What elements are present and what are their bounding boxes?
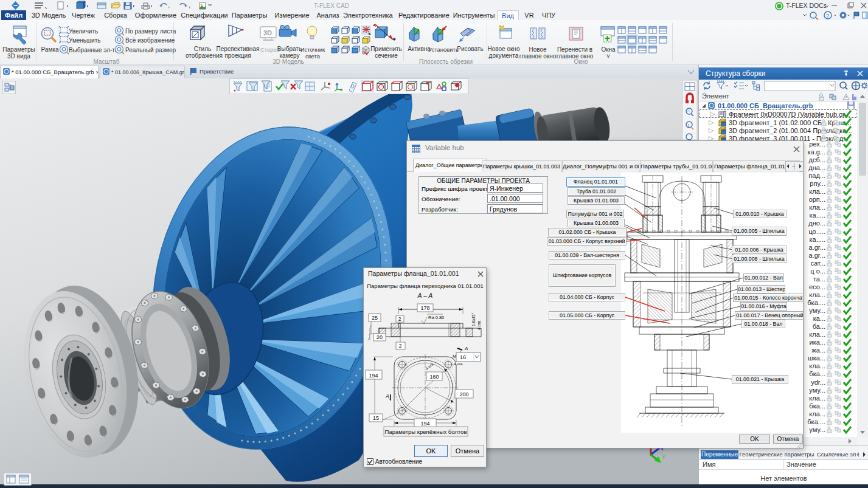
svg-text:Параметры фланца переходника 0: Параметры фланца переходника 01.01.001 bbox=[367, 283, 483, 289]
svg-text:178: 178 bbox=[420, 305, 429, 311]
svg-text:1.6x45°: 1.6x45° bbox=[471, 312, 476, 326]
svg-text:15: 15 bbox=[373, 415, 379, 421]
svg-text:А: А bbox=[385, 393, 389, 399]
svg-text:А – А: А – А bbox=[417, 292, 433, 299]
svg-text:3D: 3D bbox=[263, 29, 272, 36]
svg-text:200: 200 bbox=[459, 391, 468, 397]
svg-text:4 отв.: 4 отв. bbox=[477, 320, 481, 330]
svg-text:Параметры крепёжных болтов: Параметры крепёжных болтов bbox=[385, 428, 467, 435]
svg-text:Y: Y bbox=[662, 454, 665, 460]
svg-text:4 отв.: 4 отв. bbox=[454, 362, 464, 366]
svg-text:160: 160 bbox=[429, 374, 439, 380]
svg-text:T-FLEX CAD: T-FLEX CAD bbox=[314, 2, 349, 9]
svg-text:194: 194 bbox=[369, 373, 378, 379]
svg-text:2: 2 bbox=[399, 343, 402, 349]
svg-text:Ra 0.80: Ra 0.80 bbox=[428, 315, 444, 320]
svg-text:А: А bbox=[464, 346, 468, 351]
svg-text:16: 16 bbox=[460, 354, 466, 360]
svg-text:25: 25 bbox=[372, 315, 378, 321]
svg-text:M: M bbox=[453, 354, 456, 359]
svg-text:2: 2 bbox=[398, 316, 401, 322]
svg-text:T-FLEX DOCs: T-FLEX DOCs bbox=[786, 2, 827, 9]
svg-text:?: ? bbox=[826, 13, 829, 19]
svg-text:20: 20 bbox=[377, 334, 383, 340]
svg-text:194: 194 bbox=[420, 421, 429, 427]
svg-text:1: 1 bbox=[687, 123, 690, 128]
